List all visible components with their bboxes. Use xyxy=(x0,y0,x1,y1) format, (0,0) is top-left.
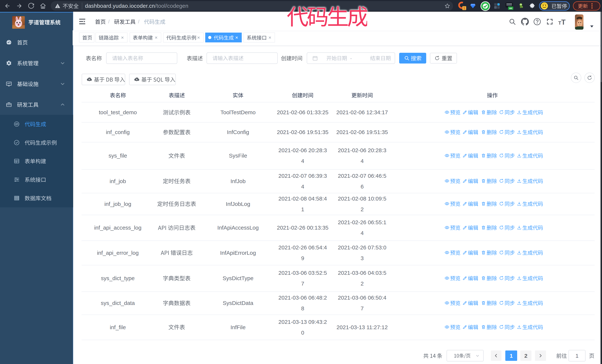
svg-text:1: 1 xyxy=(463,7,465,10)
svg-text:on: on xyxy=(509,7,512,10)
